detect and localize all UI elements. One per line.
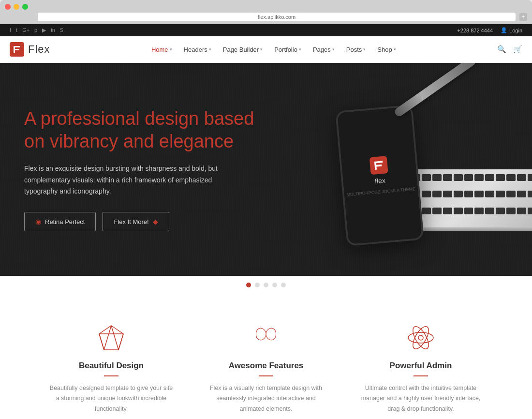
svg-line-5 — [118, 334, 123, 350]
social-youtube[interactable]: ▶ — [42, 27, 46, 33]
topbar: f t G+ p ▶ in S +228 872 4444 👤 Login — [0, 24, 532, 36]
feature-2-underline — [259, 375, 273, 376]
logo[interactable]: Flex — [10, 42, 50, 57]
key — [474, 191, 484, 197]
key — [506, 174, 516, 181]
key — [528, 208, 532, 214]
social-facebook[interactable]: f — [10, 27, 11, 33]
slider-dot-5[interactable] — [281, 283, 286, 287]
nav-posts[interactable]: Posts ▾ — [341, 43, 371, 56]
key — [506, 208, 516, 214]
phone-screen: flex MULTIPURPOSE JOOMLA THEME — [337, 106, 422, 244]
hero-title: A professional design based on vibrancy … — [24, 107, 268, 153]
key — [496, 208, 505, 214]
key — [485, 208, 494, 214]
nav-shop[interactable]: Shop ▾ — [372, 43, 400, 56]
social-skype[interactable]: S — [60, 27, 63, 33]
key — [432, 208, 442, 214]
navbar: Flex Home ▾ Headers ▾ Page Builder ▾ Por… — [0, 36, 532, 63]
key — [454, 174, 463, 181]
svg-line-3 — [111, 326, 118, 350]
diamond-icon: ◆ — [153, 218, 158, 225]
key — [506, 191, 516, 197]
feature-1-title: Beautiful Design — [79, 361, 144, 371]
address-bar[interactable]: flex.aplikko.com — [38, 13, 516, 21]
key — [517, 191, 526, 197]
feature-awesome-features: Awesome Features Flex is a visually rich… — [189, 323, 343, 414]
nav-arrow: ▾ — [363, 47, 366, 52]
feature-1-underline — [104, 375, 118, 376]
hero-content: A professional design based on vibrancy … — [0, 78, 293, 260]
slider-dot-2[interactable] — [255, 283, 260, 287]
atom-feature-icon — [406, 323, 435, 352]
retina-perfect-button[interactable]: ◉ Retina Perfect — [24, 212, 96, 231]
svg-point-6 — [418, 335, 423, 340]
key — [517, 174, 526, 181]
logo-icon — [10, 42, 24, 57]
feature-2-desc: Flex is a visually rich template design … — [203, 383, 329, 414]
search-icon[interactable]: 🔍 — [497, 45, 506, 54]
website-container: f t G+ p ▶ in S +228 872 4444 👤 Login Fl… — [0, 24, 532, 419]
login-link[interactable]: 👤 Login — [501, 27, 522, 33]
logo-text: Flex — [28, 43, 50, 56]
key — [454, 191, 463, 197]
infinity-feature-icon — [251, 323, 281, 352]
nav-arrow: ▾ — [209, 47, 211, 52]
feature-1-desc: Beautifully designed template to give yo… — [48, 383, 174, 414]
key — [432, 174, 442, 181]
feature-3-underline — [414, 375, 428, 376]
nav-pagebuilder[interactable]: Page Builder ▾ — [218, 43, 267, 56]
nav-portfolio[interactable]: Portfolio ▾ — [269, 43, 306, 56]
feature-3-desc: Ultimate control with the intuitive temp… — [358, 383, 484, 414]
slider-dot-3[interactable] — [264, 283, 268, 287]
key — [422, 208, 431, 214]
social-twitter[interactable]: t — [16, 27, 17, 33]
key — [432, 191, 442, 197]
social-pinterest[interactable]: p — [34, 27, 37, 33]
new-tab-button[interactable]: + — [519, 13, 527, 21]
features-section: Beautiful Design Beautifully designed te… — [0, 294, 532, 419]
key — [474, 208, 484, 214]
slider-dot-4[interactable] — [272, 283, 277, 287]
social-googleplus[interactable]: G+ — [22, 27, 30, 33]
feature-2-title: Awesome Features — [229, 361, 304, 371]
maximize-button[interactable] — [22, 4, 28, 10]
laptop-mockup — [406, 169, 532, 266]
social-links: f t G+ p ▶ in S — [10, 27, 63, 33]
close-button[interactable] — [5, 4, 11, 10]
key — [496, 191, 505, 197]
key — [528, 191, 532, 197]
browser-chrome: flex.aplikko.com + — [0, 0, 532, 24]
phone-logo — [369, 156, 388, 175]
laptop-base — [406, 227, 532, 231]
nav-arrow: ▾ — [299, 47, 301, 52]
key — [464, 191, 473, 197]
flex-it-more-button[interactable]: Flex It More! ◆ — [103, 212, 169, 231]
user-icon: 👤 — [501, 27, 507, 33]
slider-dot-1[interactable] — [246, 283, 251, 287]
nav-home[interactable]: Home ▾ — [147, 43, 177, 56]
hero-description: Flex is an exquisite design bursting wit… — [24, 163, 227, 197]
nav-pages[interactable]: Pages ▾ — [308, 43, 340, 56]
topbar-right: +228 872 4444 👤 Login — [457, 27, 522, 33]
nav-headers[interactable]: Headers ▾ — [179, 43, 216, 56]
cart-icon[interactable]: 🛒 — [513, 45, 522, 54]
nav-arrow: ▾ — [260, 47, 263, 52]
key — [474, 174, 484, 181]
social-linkedin[interactable]: in — [51, 27, 55, 33]
key — [496, 174, 505, 181]
feature-powerful-admin: Powerful Admin Ultimate control with the… — [343, 323, 498, 414]
phone-logo-text: flex — [374, 177, 385, 185]
minimize-button[interactable] — [14, 4, 19, 10]
browser-traffic-lights — [5, 4, 527, 10]
key — [528, 174, 532, 181]
browser-toolbar: flex.aplikko.com + — [5, 13, 527, 24]
pen-decoration — [393, 63, 477, 118]
eye-icon: ◉ — [35, 218, 41, 225]
hero-image-area: flex MULTIPURPOSE JOOMLA THEME — [255, 63, 532, 276]
key — [443, 191, 452, 197]
key — [485, 174, 494, 181]
key — [422, 174, 431, 181]
slider-dots — [0, 276, 532, 294]
key — [485, 191, 494, 197]
